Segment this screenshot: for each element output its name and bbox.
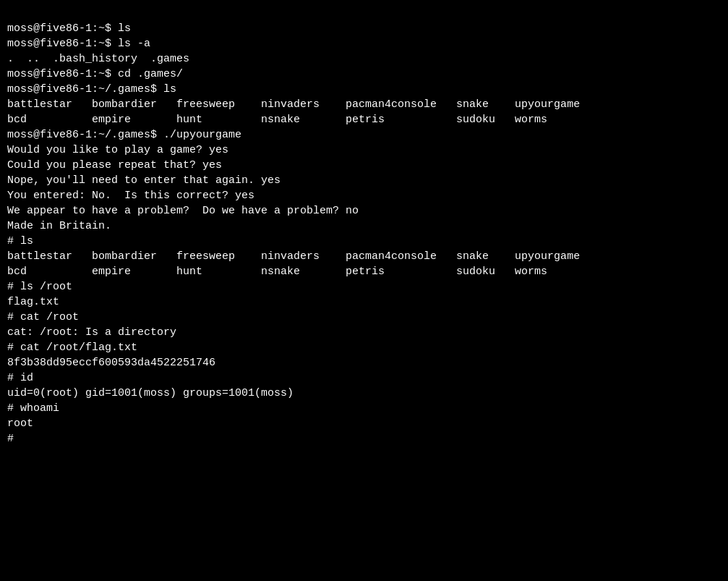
terminal-line: bcd empire hunt nsnake petris sudoku wor… [7, 112, 721, 127]
terminal-line: # id [7, 370, 721, 386]
terminal-line: moss@five86-1:~/.games$ ls [7, 82, 721, 97]
terminal-line: battlestar bombardier freesweep ninvader… [7, 97, 721, 112]
terminal-line: Would you like to play a game? yes [7, 143, 721, 158]
terminal-line: moss@five86-1:~$ ls -a [7, 36, 721, 51]
terminal-line: root [7, 416, 721, 431]
terminal-line: Could you please repeat that? yes [7, 158, 721, 173]
terminal-line: # ls /root [7, 279, 721, 294]
terminal-line: # cat /root/flag.txt [7, 340, 721, 355]
terminal-line: moss@five86-1:~$ cd .games/ [7, 67, 721, 82]
terminal-line: # whoami [7, 401, 721, 416]
terminal-line: cat: /root: Is a directory [7, 325, 721, 340]
terminal-window: moss@five86-1:~$ lsmoss@five86-1:~$ ls -… [7, 6, 721, 446]
terminal-line: moss@five86-1:~$ ls [7, 21, 721, 36]
terminal-line: 8f3b38dd95eccf600593da4522251746 [7, 355, 721, 370]
terminal-line: Nope, you'll need to enter that again. y… [7, 173, 721, 188]
terminal-line: flag.txt [7, 294, 721, 310]
terminal-line: # [7, 431, 721, 446]
terminal-line: moss@five86-1:~/.games$ ./upyourgame [7, 127, 721, 143]
terminal-line: battlestar bombardier freesweep ninvader… [7, 249, 721, 264]
terminal-line: uid=0(root) gid=1001(moss) groups=1001(m… [7, 386, 721, 401]
terminal-line: # ls [7, 234, 721, 249]
terminal-line: You entered: No. Is this correct? yes [7, 188, 721, 203]
terminal-line: We appear to have a problem? Do we have … [7, 203, 721, 219]
terminal-line: bcd empire hunt nsnake petris sudoku wor… [7, 264, 721, 279]
terminal-line: . .. .bash_history .games [7, 51, 721, 67]
terminal-line: Made in Britain. [7, 219, 721, 234]
terminal-line: # cat /root [7, 310, 721, 325]
